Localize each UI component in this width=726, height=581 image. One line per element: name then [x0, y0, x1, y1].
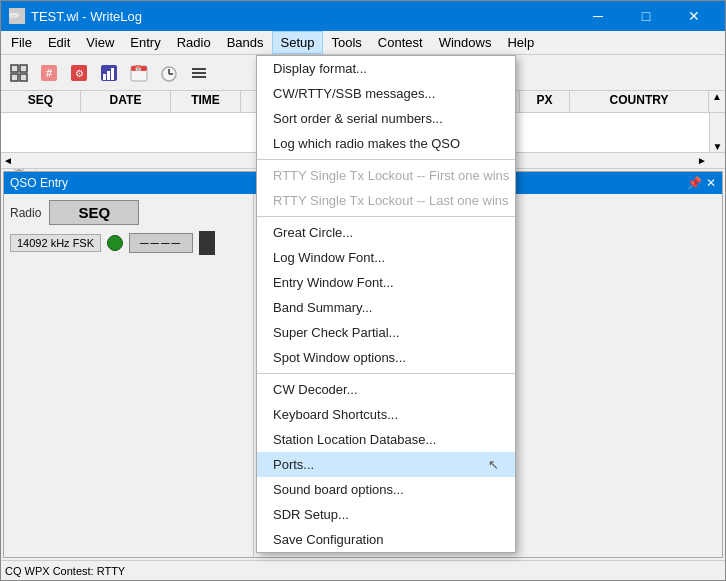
qso-title-buttons: 📌 ✕	[687, 176, 716, 190]
window-title: TEST.wl - WriteLog	[31, 9, 142, 24]
title-bar: ✏ TEST.wl - WriteLog ─ □ ✕	[1, 1, 725, 31]
menu-tools[interactable]: Tools	[323, 31, 369, 54]
title-bar-buttons: ─ □ ✕	[575, 1, 717, 31]
menu-log-window-font[interactable]: Log Window Font...	[257, 245, 515, 270]
qso-dashes: ────	[129, 233, 193, 253]
menu-file[interactable]: File	[3, 31, 40, 54]
menu-edit[interactable]: Edit	[40, 31, 78, 54]
menu-sound-board[interactable]: Sound board options...	[257, 477, 515, 502]
qso-close-btn[interactable]: ✕	[706, 176, 716, 190]
menu-log-radio[interactable]: Log which radio makes the QSO	[257, 131, 515, 156]
toolbar-timer-btn[interactable]	[155, 59, 183, 87]
close-button[interactable]: ✕	[671, 1, 717, 31]
radio-label: Radio	[10, 206, 41, 220]
menu-setup[interactable]: Setup	[272, 31, 324, 54]
menu-bands[interactable]: Bands	[219, 31, 272, 54]
col-px: PX	[520, 91, 570, 112]
main-window: ✏ TEST.wl - WriteLog ─ □ ✕ File Edit Vie…	[0, 0, 726, 581]
menu-help[interactable]: Help	[499, 31, 542, 54]
svg-rect-11	[111, 68, 114, 80]
menu-contest[interactable]: Contest	[370, 31, 431, 54]
toolbar-calendar-btn[interactable]: 📅	[125, 59, 153, 87]
menu-keyboard-shortcuts[interactable]: Keyboard Shortcuts...	[257, 402, 515, 427]
sep3	[257, 373, 515, 374]
svg-text:📅: 📅	[135, 65, 142, 72]
scroll-down-btn[interactable]: ▼	[710, 141, 725, 152]
menu-windows[interactable]: Windows	[431, 31, 500, 54]
svg-rect-2	[11, 74, 18, 81]
qso-left-panel: Radio SEQ 14092 kHz FSK ────	[4, 194, 254, 557]
menu-save-configuration[interactable]: Save Configuration	[257, 527, 515, 552]
svg-rect-1	[20, 65, 27, 72]
col-time: TIME	[171, 91, 241, 112]
title-bar-left: ✏ TEST.wl - WriteLog	[9, 8, 142, 24]
scroll-top-btn[interactable]: ▲	[709, 91, 725, 112]
status-text: CQ WPX Contest: RTTY	[5, 565, 125, 577]
qso-led-indicator	[107, 235, 123, 251]
scroll-left-btn[interactable]: ◄	[1, 155, 15, 166]
toolbar-chart-btn[interactable]	[95, 59, 123, 87]
cursor-icon: ↖	[488, 457, 499, 472]
setup-dropdown: Display format... CW/RTTY/SSB messages..…	[256, 55, 516, 553]
qso-seq-display: SEQ	[49, 200, 139, 225]
col-seq: SEQ	[1, 91, 81, 112]
menu-spot-window[interactable]: Spot Window options...	[257, 345, 515, 370]
sep2	[257, 216, 515, 217]
menu-super-check[interactable]: Super Check Partial...	[257, 320, 515, 345]
menu-radio[interactable]: Radio	[169, 31, 219, 54]
app-icon: ✏	[9, 8, 25, 24]
qso-indicator-bar	[199, 231, 215, 255]
menu-sdr-setup[interactable]: SDR Setup...	[257, 502, 515, 527]
maximize-button[interactable]: □	[623, 1, 669, 31]
minimize-button[interactable]: ─	[575, 1, 621, 31]
col-country: COUNTRY	[570, 91, 709, 112]
qso-freq-row: 14092 kHz FSK ────	[10, 231, 247, 255]
menu-view[interactable]: View	[78, 31, 122, 54]
log-scrollbar[interactable]: ▼	[709, 113, 725, 152]
qso-title-text: QSO Entry	[10, 176, 68, 190]
menu-band-summary[interactable]: Band Summary...	[257, 295, 515, 320]
menu-cw-rtty-ssb[interactable]: CW/RTTY/SSB messages...	[257, 81, 515, 106]
toolbar-config-btn[interactable]: ⚙	[65, 59, 93, 87]
toolbar-list-btn[interactable]	[185, 59, 213, 87]
toolbar-hashtag-btn[interactable]: #	[35, 59, 63, 87]
menu-great-circle[interactable]: Great Circle...	[257, 220, 515, 245]
svg-rect-3	[20, 74, 27, 81]
menu-display-format[interactable]: Display format...	[257, 56, 515, 81]
menu-station-location[interactable]: Station Location Database...	[257, 427, 515, 452]
status-bar: CQ WPX Contest: RTTY	[1, 560, 725, 580]
sep1	[257, 159, 515, 160]
qso-radio-row: Radio SEQ	[10, 200, 247, 225]
qso-freq-label: 14092 kHz FSK	[10, 234, 101, 252]
qso-pin-btn[interactable]: 📌	[687, 176, 702, 190]
svg-rect-9	[103, 74, 106, 80]
menu-bar: File Edit View Entry Radio Bands Setup T…	[1, 31, 725, 55]
menu-cw-decoder[interactable]: CW Decoder...	[257, 377, 515, 402]
menu-ports[interactable]: Ports... ↖	[257, 452, 515, 477]
menu-rtty-last: RTTY Single Tx Lockout -- Last one wins	[257, 188, 515, 213]
ports-label: Ports...	[273, 457, 314, 472]
svg-rect-0	[11, 65, 18, 72]
svg-rect-10	[107, 71, 110, 80]
svg-text:⚙: ⚙	[75, 68, 84, 79]
menu-rtty-first: RTTY Single Tx Lockout -- First one wins	[257, 163, 515, 188]
col-date: DATE	[81, 91, 171, 112]
menu-entry-window-font[interactable]: Entry Window Font...	[257, 270, 515, 295]
menu-entry[interactable]: Entry	[122, 31, 168, 54]
scroll-right-btn[interactable]: ►	[695, 155, 709, 166]
toolbar-grid-btn[interactable]	[5, 59, 33, 87]
svg-text:#: #	[46, 67, 52, 79]
menu-sort-order[interactable]: Sort order & serial numbers...	[257, 106, 515, 131]
